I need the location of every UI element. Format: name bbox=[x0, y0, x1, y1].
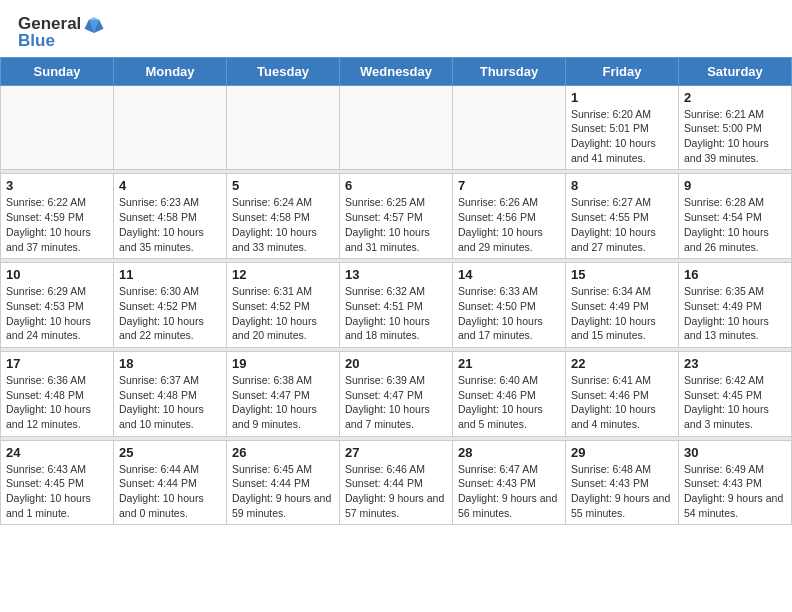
day-info: Sunrise: 6:38 AM Sunset: 4:47 PM Dayligh… bbox=[232, 373, 334, 432]
day-number: 3 bbox=[6, 178, 108, 193]
day-info: Sunrise: 6:27 AM Sunset: 4:55 PM Dayligh… bbox=[571, 195, 673, 254]
calendar-cell: 20Sunrise: 6:39 AM Sunset: 4:47 PM Dayli… bbox=[340, 351, 453, 436]
calendar-body: 1Sunrise: 6:20 AM Sunset: 5:01 PM Daylig… bbox=[1, 85, 792, 525]
day-number: 19 bbox=[232, 356, 334, 371]
calendar-week-1: 3Sunrise: 6:22 AM Sunset: 4:59 PM Daylig… bbox=[1, 174, 792, 259]
weekday-header-thursday: Thursday bbox=[453, 57, 566, 85]
calendar-cell: 1Sunrise: 6:20 AM Sunset: 5:01 PM Daylig… bbox=[566, 85, 679, 170]
calendar-week-3: 17Sunrise: 6:36 AM Sunset: 4:48 PM Dayli… bbox=[1, 351, 792, 436]
calendar-cell: 5Sunrise: 6:24 AM Sunset: 4:58 PM Daylig… bbox=[227, 174, 340, 259]
page-header: General Blue bbox=[0, 0, 792, 57]
calendar-cell bbox=[227, 85, 340, 170]
calendar-week-4: 24Sunrise: 6:43 AM Sunset: 4:45 PM Dayli… bbox=[1, 440, 792, 525]
weekday-header-tuesday: Tuesday bbox=[227, 57, 340, 85]
day-number: 7 bbox=[458, 178, 560, 193]
calendar-cell: 27Sunrise: 6:46 AM Sunset: 4:44 PM Dayli… bbox=[340, 440, 453, 525]
day-info: Sunrise: 6:33 AM Sunset: 4:50 PM Dayligh… bbox=[458, 284, 560, 343]
day-info: Sunrise: 6:25 AM Sunset: 4:57 PM Dayligh… bbox=[345, 195, 447, 254]
calendar-cell: 16Sunrise: 6:35 AM Sunset: 4:49 PM Dayli… bbox=[679, 263, 792, 348]
calendar-cell: 26Sunrise: 6:45 AM Sunset: 4:44 PM Dayli… bbox=[227, 440, 340, 525]
calendar-cell: 4Sunrise: 6:23 AM Sunset: 4:58 PM Daylig… bbox=[114, 174, 227, 259]
day-number: 1 bbox=[571, 90, 673, 105]
calendar-cell: 11Sunrise: 6:30 AM Sunset: 4:52 PM Dayli… bbox=[114, 263, 227, 348]
weekday-header-wednesday: Wednesday bbox=[340, 57, 453, 85]
logo-icon bbox=[83, 14, 105, 36]
calendar-cell: 12Sunrise: 6:31 AM Sunset: 4:52 PM Dayli… bbox=[227, 263, 340, 348]
day-info: Sunrise: 6:39 AM Sunset: 4:47 PM Dayligh… bbox=[345, 373, 447, 432]
calendar-cell: 8Sunrise: 6:27 AM Sunset: 4:55 PM Daylig… bbox=[566, 174, 679, 259]
weekday-header-monday: Monday bbox=[114, 57, 227, 85]
calendar-week-2: 10Sunrise: 6:29 AM Sunset: 4:53 PM Dayli… bbox=[1, 263, 792, 348]
day-number: 30 bbox=[684, 445, 786, 460]
weekday-header-friday: Friday bbox=[566, 57, 679, 85]
logo-text: General Blue bbox=[18, 14, 105, 51]
day-info: Sunrise: 6:32 AM Sunset: 4:51 PM Dayligh… bbox=[345, 284, 447, 343]
calendar-cell: 24Sunrise: 6:43 AM Sunset: 4:45 PM Dayli… bbox=[1, 440, 114, 525]
calendar-week-0: 1Sunrise: 6:20 AM Sunset: 5:01 PM Daylig… bbox=[1, 85, 792, 170]
day-info: Sunrise: 6:22 AM Sunset: 4:59 PM Dayligh… bbox=[6, 195, 108, 254]
calendar-cell: 10Sunrise: 6:29 AM Sunset: 4:53 PM Dayli… bbox=[1, 263, 114, 348]
weekday-header-sunday: Sunday bbox=[1, 57, 114, 85]
day-number: 20 bbox=[345, 356, 447, 371]
calendar-cell: 6Sunrise: 6:25 AM Sunset: 4:57 PM Daylig… bbox=[340, 174, 453, 259]
day-info: Sunrise: 6:40 AM Sunset: 4:46 PM Dayligh… bbox=[458, 373, 560, 432]
day-number: 4 bbox=[119, 178, 221, 193]
day-info: Sunrise: 6:43 AM Sunset: 4:45 PM Dayligh… bbox=[6, 462, 108, 521]
calendar-cell: 7Sunrise: 6:26 AM Sunset: 4:56 PM Daylig… bbox=[453, 174, 566, 259]
calendar-cell: 17Sunrise: 6:36 AM Sunset: 4:48 PM Dayli… bbox=[1, 351, 114, 436]
day-info: Sunrise: 6:46 AM Sunset: 4:44 PM Dayligh… bbox=[345, 462, 447, 521]
calendar-cell: 21Sunrise: 6:40 AM Sunset: 4:46 PM Dayli… bbox=[453, 351, 566, 436]
calendar-cell: 29Sunrise: 6:48 AM Sunset: 4:43 PM Dayli… bbox=[566, 440, 679, 525]
calendar-cell: 14Sunrise: 6:33 AM Sunset: 4:50 PM Dayli… bbox=[453, 263, 566, 348]
calendar-table: SundayMondayTuesdayWednesdayThursdayFrid… bbox=[0, 57, 792, 526]
day-number: 18 bbox=[119, 356, 221, 371]
day-number: 25 bbox=[119, 445, 221, 460]
day-info: Sunrise: 6:42 AM Sunset: 4:45 PM Dayligh… bbox=[684, 373, 786, 432]
calendar-cell bbox=[114, 85, 227, 170]
calendar-cell bbox=[340, 85, 453, 170]
day-number: 13 bbox=[345, 267, 447, 282]
calendar-cell: 9Sunrise: 6:28 AM Sunset: 4:54 PM Daylig… bbox=[679, 174, 792, 259]
day-number: 27 bbox=[345, 445, 447, 460]
day-number: 11 bbox=[119, 267, 221, 282]
day-number: 23 bbox=[684, 356, 786, 371]
day-info: Sunrise: 6:23 AM Sunset: 4:58 PM Dayligh… bbox=[119, 195, 221, 254]
day-info: Sunrise: 6:48 AM Sunset: 4:43 PM Dayligh… bbox=[571, 462, 673, 521]
day-info: Sunrise: 6:35 AM Sunset: 4:49 PM Dayligh… bbox=[684, 284, 786, 343]
weekday-header-row: SundayMondayTuesdayWednesdayThursdayFrid… bbox=[1, 57, 792, 85]
calendar-cell: 3Sunrise: 6:22 AM Sunset: 4:59 PM Daylig… bbox=[1, 174, 114, 259]
calendar-cell: 30Sunrise: 6:49 AM Sunset: 4:43 PM Dayli… bbox=[679, 440, 792, 525]
day-info: Sunrise: 6:45 AM Sunset: 4:44 PM Dayligh… bbox=[232, 462, 334, 521]
day-info: Sunrise: 6:47 AM Sunset: 4:43 PM Dayligh… bbox=[458, 462, 560, 521]
day-number: 14 bbox=[458, 267, 560, 282]
day-number: 29 bbox=[571, 445, 673, 460]
day-info: Sunrise: 6:24 AM Sunset: 4:58 PM Dayligh… bbox=[232, 195, 334, 254]
day-number: 26 bbox=[232, 445, 334, 460]
day-info: Sunrise: 6:29 AM Sunset: 4:53 PM Dayligh… bbox=[6, 284, 108, 343]
calendar-cell: 18Sunrise: 6:37 AM Sunset: 4:48 PM Dayli… bbox=[114, 351, 227, 436]
day-info: Sunrise: 6:36 AM Sunset: 4:48 PM Dayligh… bbox=[6, 373, 108, 432]
day-info: Sunrise: 6:20 AM Sunset: 5:01 PM Dayligh… bbox=[571, 107, 673, 166]
day-info: Sunrise: 6:34 AM Sunset: 4:49 PM Dayligh… bbox=[571, 284, 673, 343]
calendar-cell: 23Sunrise: 6:42 AM Sunset: 4:45 PM Dayli… bbox=[679, 351, 792, 436]
day-number: 8 bbox=[571, 178, 673, 193]
calendar-cell: 28Sunrise: 6:47 AM Sunset: 4:43 PM Dayli… bbox=[453, 440, 566, 525]
day-number: 6 bbox=[345, 178, 447, 193]
day-number: 12 bbox=[232, 267, 334, 282]
calendar-cell: 15Sunrise: 6:34 AM Sunset: 4:49 PM Dayli… bbox=[566, 263, 679, 348]
calendar-cell: 22Sunrise: 6:41 AM Sunset: 4:46 PM Dayli… bbox=[566, 351, 679, 436]
day-info: Sunrise: 6:44 AM Sunset: 4:44 PM Dayligh… bbox=[119, 462, 221, 521]
day-info: Sunrise: 6:26 AM Sunset: 4:56 PM Dayligh… bbox=[458, 195, 560, 254]
calendar-cell: 13Sunrise: 6:32 AM Sunset: 4:51 PM Dayli… bbox=[340, 263, 453, 348]
day-number: 24 bbox=[6, 445, 108, 460]
logo: General Blue bbox=[18, 14, 105, 51]
day-info: Sunrise: 6:37 AM Sunset: 4:48 PM Dayligh… bbox=[119, 373, 221, 432]
day-number: 17 bbox=[6, 356, 108, 371]
day-info: Sunrise: 6:31 AM Sunset: 4:52 PM Dayligh… bbox=[232, 284, 334, 343]
day-number: 22 bbox=[571, 356, 673, 371]
day-number: 21 bbox=[458, 356, 560, 371]
calendar-cell: 19Sunrise: 6:38 AM Sunset: 4:47 PM Dayli… bbox=[227, 351, 340, 436]
calendar-cell bbox=[453, 85, 566, 170]
calendar-cell: 25Sunrise: 6:44 AM Sunset: 4:44 PM Dayli… bbox=[114, 440, 227, 525]
day-number: 15 bbox=[571, 267, 673, 282]
